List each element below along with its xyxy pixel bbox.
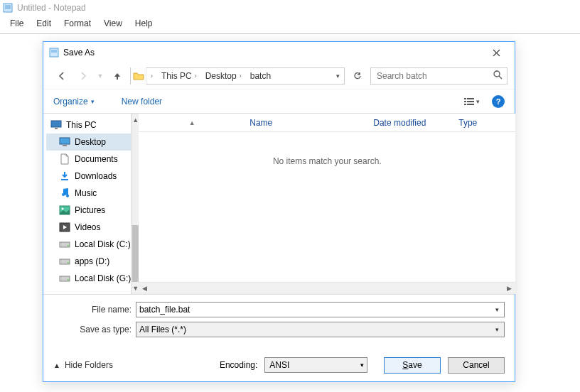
savetype-label: Save as type: bbox=[53, 325, 131, 334]
chevron-right-icon: › bbox=[240, 72, 242, 80]
svg-rect-14 bbox=[467, 101, 474, 102]
folder-icon bbox=[131, 67, 146, 85]
column-name[interactable]: Name bbox=[238, 118, 373, 128]
breadcrumb-batch[interactable]: batch bbox=[250, 71, 271, 81]
nav-forward-button[interactable] bbox=[75, 67, 92, 85]
search-box[interactable] bbox=[370, 67, 508, 85]
menu-help[interactable]: Help bbox=[129, 17, 159, 30]
encoding-label: Encoding: bbox=[220, 360, 257, 370]
notepad-icon bbox=[3, 3, 13, 13]
horizontal-scrollbar[interactable]: ◀ ▶ bbox=[139, 282, 515, 294]
help-button[interactable]: ? bbox=[492, 95, 505, 108]
filename-input[interactable]: batch_file.bat bbox=[139, 305, 190, 315]
svg-point-9 bbox=[494, 71, 500, 77]
column-type[interactable]: Type bbox=[458, 118, 515, 128]
encoding-value: ANSI bbox=[269, 360, 289, 370]
menu-view[interactable]: View bbox=[98, 17, 128, 30]
disk-icon bbox=[59, 239, 70, 250]
empty-message: No items match your search. bbox=[139, 156, 515, 166]
hide-folders-button[interactable]: ▲ Hide Folders bbox=[53, 360, 113, 370]
svg-point-30 bbox=[68, 279, 69, 281]
search-input[interactable] bbox=[375, 70, 493, 82]
organize-button[interactable]: Organize ▾ bbox=[53, 97, 95, 107]
nav-recent-button[interactable]: ▼ bbox=[96, 67, 104, 85]
svg-point-26 bbox=[68, 245, 69, 246]
downloads-icon bbox=[59, 170, 70, 182]
monitor-icon bbox=[50, 119, 62, 131]
cancel-button[interactable]: Cancel bbox=[448, 357, 505, 374]
svg-rect-20 bbox=[63, 145, 67, 146]
tree-item-pictures[interactable]: Pictures bbox=[46, 202, 131, 219]
address-dropdown[interactable]: ▾ bbox=[331, 67, 344, 85]
tree-item-music[interactable]: Music bbox=[46, 185, 131, 202]
breadcrumb-this-pc[interactable]: This PC bbox=[161, 71, 192, 81]
scroll-down-icon[interactable]: ▼ bbox=[132, 282, 139, 294]
column-headers: ▲ Name Date modified Type bbox=[139, 114, 515, 132]
sort-indicator[interactable]: ▲ bbox=[146, 119, 238, 126]
notepad-title: Untitled - Notepad bbox=[17, 3, 86, 13]
videos-icon bbox=[59, 222, 70, 233]
menu-file[interactable]: File bbox=[4, 17, 29, 30]
svg-rect-16 bbox=[467, 104, 474, 105]
tree-item-downloads[interactable]: Downloads bbox=[46, 168, 131, 185]
documents-icon bbox=[59, 153, 70, 165]
savetype-value: All Files (*.*) bbox=[139, 325, 186, 334]
nav-up-button[interactable] bbox=[109, 67, 126, 85]
save-button[interactable]: Save bbox=[384, 357, 441, 374]
svg-rect-15 bbox=[464, 104, 466, 105]
music-icon bbox=[59, 187, 70, 199]
chevron-up-icon: ▲ bbox=[53, 361, 60, 369]
dialog-titlebar[interactable]: Save As bbox=[43, 42, 515, 63]
chevron-down-icon[interactable]: ▾ bbox=[491, 324, 503, 335]
chevron-down-icon[interactable]: ▾ bbox=[491, 304, 503, 315]
svg-rect-18 bbox=[55, 128, 58, 129]
scroll-up-icon[interactable]: ▲ bbox=[132, 114, 139, 126]
svg-rect-12 bbox=[467, 98, 474, 99]
chevron-down-icon: ▾ bbox=[91, 98, 95, 105]
svg-rect-11 bbox=[464, 98, 466, 99]
new-folder-button[interactable]: New folder bbox=[122, 97, 162, 107]
view-options-button[interactable]: ▾ bbox=[459, 94, 485, 109]
svg-line-10 bbox=[499, 76, 502, 79]
refresh-button[interactable] bbox=[349, 67, 366, 85]
tree-item-videos[interactable]: Videos bbox=[46, 219, 131, 236]
svg-rect-13 bbox=[464, 101, 466, 102]
address-bar[interactable]: › This PC› Desktop› batch ▾ bbox=[130, 67, 345, 85]
tree-item-local-disk-c-[interactable]: Local Disk (C:) bbox=[46, 236, 131, 253]
svg-rect-0 bbox=[4, 4, 12, 12]
encoding-combo[interactable]: ANSI ▾ bbox=[264, 357, 367, 373]
filename-combo[interactable]: batch_file.bat ▾ bbox=[136, 302, 505, 317]
column-date[interactable]: Date modified bbox=[373, 118, 458, 128]
toolbar: Organize ▾ New folder ▾ ? bbox=[43, 89, 515, 113]
nav-back-button[interactable] bbox=[53, 67, 70, 85]
tree-item-this-pc[interactable]: This PC bbox=[46, 116, 131, 134]
notepad-menubar: File Edit Format View Help bbox=[0, 16, 580, 31]
menu-format[interactable]: Format bbox=[58, 17, 97, 30]
dialog-title: Save As bbox=[63, 48, 95, 58]
nav-row: ▼ › This PC› Desktop› batch ▾ bbox=[43, 63, 515, 89]
chevron-right-icon: › bbox=[195, 72, 197, 80]
tree-item-apps-d-[interactable]: apps (D:) bbox=[46, 253, 131, 270]
tree-item-local-disk-g-[interactable]: Local Disk (G:) bbox=[46, 270, 131, 287]
save-as-dialog: Save As ▼ › This PC› Deskt bbox=[43, 41, 515, 382]
svg-rect-21 bbox=[61, 179, 68, 180]
bottom-row: ▲ Hide Folders Encoding: ANSI ▾ Save Can… bbox=[43, 349, 515, 381]
tree-scrollbar[interactable]: ▲ ▼ bbox=[131, 114, 139, 294]
close-button[interactable] bbox=[483, 44, 509, 61]
tree-item-documents[interactable]: Documents bbox=[46, 151, 131, 168]
chevron-right-icon: › bbox=[151, 72, 153, 80]
menu-edit[interactable]: Edit bbox=[31, 17, 57, 30]
scroll-left-icon[interactable]: ◀ bbox=[139, 283, 151, 294]
savetype-combo[interactable]: All Files (*.*) ▾ bbox=[136, 322, 505, 337]
svg-rect-4 bbox=[50, 48, 58, 57]
disk-icon bbox=[59, 256, 70, 267]
chevron-down-icon[interactable]: ▾ bbox=[360, 361, 364, 369]
folder-tree: This PCDesktopDocumentsDownloadsMusicPic… bbox=[43, 114, 131, 294]
notepad-divider bbox=[0, 33, 580, 34]
svg-point-23 bbox=[62, 208, 64, 210]
breadcrumb-desktop[interactable]: Desktop bbox=[205, 71, 237, 81]
scroll-right-icon[interactable]: ▶ bbox=[503, 283, 515, 294]
chevron-down-icon: ▾ bbox=[476, 98, 480, 105]
desktop-icon bbox=[59, 136, 70, 148]
tree-item-desktop[interactable]: Desktop bbox=[46, 134, 131, 151]
